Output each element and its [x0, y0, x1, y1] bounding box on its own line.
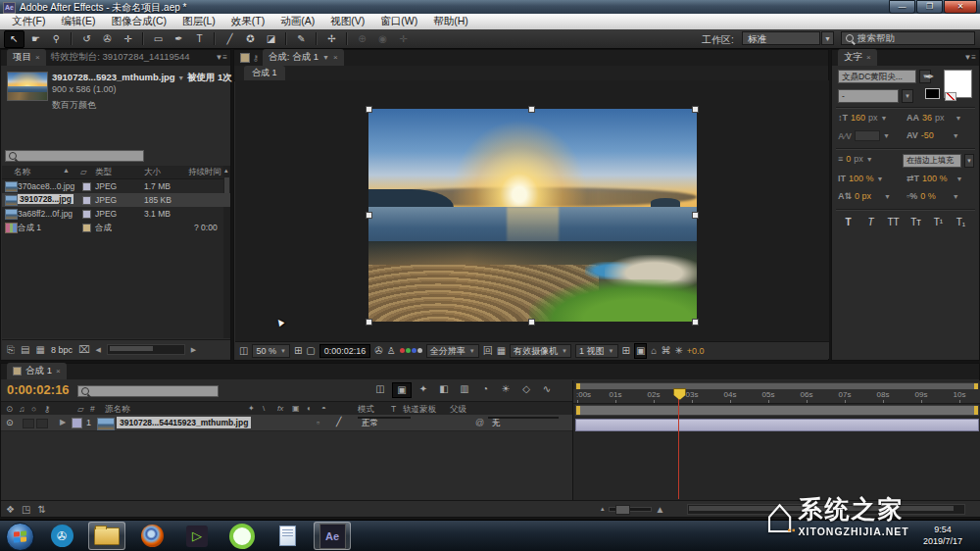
selection-handle[interactable] — [528, 319, 535, 326]
collapse-switch-icon[interactable]: \ — [263, 404, 265, 413]
draft-3d-icon[interactable]: ✦ — [415, 382, 432, 396]
project-item-row[interactable]: 370ace8...0.jpgJPEG1.7 MB — [2, 179, 230, 193]
project-bit-depth[interactable]: 8 bpc — [51, 345, 73, 355]
label-column-icon[interactable]: ▱ — [80, 167, 87, 176]
menu-item-7[interactable]: 窗口(W) — [372, 15, 425, 28]
zoom-tool[interactable]: ⚲ — [47, 31, 66, 47]
layer-quality-icon[interactable]: ▫ — [317, 418, 319, 427]
help-search-input[interactable]: 搜索帮助 — [841, 31, 975, 45]
expand-layers-icon[interactable]: ❖ — [6, 504, 15, 515]
column-name[interactable]: 名称 — [14, 167, 30, 178]
stroke-mode-select[interactable]: 在描边上填充 — [903, 154, 961, 168]
menu-item-6[interactable]: 视图(V) — [322, 15, 372, 28]
brush-tool[interactable]: ╱ — [220, 31, 239, 47]
auto-keyframe-icon[interactable]: ◇ — [517, 382, 535, 396]
baseline-shift-dropdown-icon[interactable]: ▼ — [884, 193, 891, 200]
after-effects-app[interactable]: Ae — [314, 522, 351, 550]
selection-handle[interactable] — [366, 319, 372, 326]
tab-close-icon[interactable]: × — [333, 53, 338, 62]
stroke-width-value[interactable]: 0 — [846, 154, 851, 164]
effects-switch-icon[interactable]: fx — [277, 404, 283, 413]
subscript-button[interactable]: T₁ — [953, 217, 969, 227]
snapshot-icon[interactable]: ✇ — [374, 344, 382, 358]
font-family-select[interactable]: 文鼎DC黄阳尖... — [838, 70, 916, 83]
type-tool[interactable]: T — [190, 31, 209, 47]
puppet-pin-tool[interactable]: ✢ — [322, 31, 341, 47]
selection-handle[interactable] — [692, 212, 699, 219]
zoom-out-mountain-icon[interactable]: ▴ — [601, 505, 605, 513]
eyedropper-icon[interactable]: ✒ — [925, 71, 934, 83]
solo-column-icon[interactable]: ○ — [31, 404, 36, 414]
column-duration[interactable]: 持续时间 — [188, 167, 221, 178]
layer-solo-toggle[interactable] — [36, 419, 48, 428]
eraser-tool[interactable]: ◪ — [262, 31, 280, 47]
exposure-value[interactable]: +0.0 — [687, 346, 705, 356]
minimize-button[interactable]: — — [889, 0, 915, 14]
frame-blend-switch-icon[interactable]: ▣ — [292, 404, 300, 413]
project-item-row[interactable]: 3910728...jpgJPEG185 KB — [2, 193, 230, 207]
lock-column-icon[interactable]: ⚷ — [44, 404, 50, 414]
stroke-mode-dropdown-arrow[interactable]: ▼ — [964, 154, 974, 168]
comp-mini-flowchart-icon[interactable]: ◫ — [371, 382, 389, 396]
kerning-dropdown-icon[interactable]: ▼ — [883, 132, 890, 139]
panel-menu-icon[interactable]: ▼≡ — [215, 53, 227, 62]
new-folder-icon[interactable]: ▤ — [21, 344, 29, 355]
pan-behind-tool[interactable]: ✛ — [119, 31, 137, 47]
project-item-name[interactable]: 3910728...jpg — [18, 194, 74, 204]
current-view-icon[interactable]: ▣ — [634, 343, 647, 359]
baseline-shift-value[interactable]: 0 px — [855, 191, 871, 201]
viewer-timecode[interactable]: 0:00:02:16 — [319, 344, 371, 358]
reset-exposure-icon[interactable]: ✳ — [674, 344, 682, 358]
scroll-left-icon[interactable]: ◀ — [95, 346, 100, 354]
transparency-grid-icon[interactable]: ▦ — [497, 344, 506, 358]
grid-guides-icon[interactable]: ⊞ — [622, 344, 630, 358]
layer-audio-toggle[interactable] — [23, 419, 34, 428]
timeline-layer-row[interactable]: ⊙ ▶ 1 3910728...54415923_mthumb.jpg ▫ ╱ … — [1, 415, 572, 431]
layer-number-column[interactable]: # — [90, 404, 95, 414]
project-item-row[interactable]: 合成 1合成? 0:00 — [2, 221, 230, 234]
timeline-hscrollbar[interactable] — [687, 504, 965, 515]
roto-brush-tool[interactable]: ✎ — [292, 31, 311, 47]
project-item-row[interactable]: 3a68ff2...0f.jpgJPEG3.1 MB — [2, 207, 230, 221]
work-area-bar[interactable] — [575, 405, 979, 416]
menu-item-2[interactable]: 图像合成(C) — [103, 15, 174, 28]
stroke-width-dropdown-icon[interactable]: ▼ — [866, 156, 873, 163]
layer-parent-select[interactable]: 无 ▼ — [488, 417, 559, 419]
lock-icon[interactable]: ⚷ — [253, 54, 259, 63]
live-update-icon[interactable]: ▣ — [392, 382, 412, 398]
close-button[interactable]: ✕ — [944, 0, 977, 14]
timeline-button-icon[interactable]: ⌂ — [651, 344, 657, 358]
selection-handle[interactable] — [366, 212, 372, 219]
viewer-tab-dropdown-icon[interactable]: ▼ — [322, 54, 329, 61]
info-dropdown-icon[interactable]: ▼ — [177, 75, 184, 81]
leading-dropdown-icon[interactable]: ▼ — [956, 115, 962, 122]
audio-column-icon[interactable]: ♫ — [19, 404, 24, 414]
view-layout-toggle-icon[interactable]: ◫ — [239, 344, 248, 358]
new-composition-icon[interactable]: ▦ — [35, 344, 44, 355]
scroll-up-icon[interactable]: ▴ — [224, 167, 228, 175]
horizontal-scale-value[interactable]: 100 % — [922, 174, 948, 183]
layer-color-chip[interactable] — [72, 418, 82, 428]
faux-bold-button[interactable]: T — [840, 217, 857, 227]
workspace-dropdown-arrow[interactable]: ▼ — [821, 31, 834, 45]
view-layout-select[interactable]: 1 视图▼ — [575, 344, 617, 358]
zoom-slider-track[interactable] — [609, 507, 652, 512]
comp-flowchart-icon[interactable]: ⌘ — [661, 344, 670, 358]
scroll-right-icon[interactable]: ▶ — [191, 346, 196, 354]
selection-handle[interactable] — [692, 319, 699, 326]
menu-item-3[interactable]: 图层(L) — [174, 15, 223, 28]
project-search-input[interactable] — [5, 150, 144, 162]
motion-blur-icon[interactable]: ◔ — [476, 382, 494, 396]
project-hscrollbar[interactable] — [107, 344, 185, 355]
font-style-dropdown-arrow[interactable]: ▼ — [902, 89, 913, 103]
tab-composition-viewer[interactable]: 合成: 合成 1 ▼ × — [263, 49, 344, 66]
region-of-interest-icon[interactable]: ▢ — [306, 344, 315, 358]
hide-shy-icon[interactable]: ◧ — [435, 382, 453, 396]
subtab-comp1[interactable]: 合成 1 — [244, 66, 285, 80]
menu-item-5[interactable]: 动画(A) — [272, 15, 322, 28]
expand-modes-icon[interactable]: ◳ — [22, 504, 30, 515]
timeline-current-time[interactable]: 0:00:02:16 — [7, 382, 70, 397]
small-caps-button[interactable]: Tт — [907, 217, 924, 227]
selection-handle[interactable] — [528, 106, 535, 113]
tab-character[interactable]: 文字 × — [838, 49, 877, 66]
